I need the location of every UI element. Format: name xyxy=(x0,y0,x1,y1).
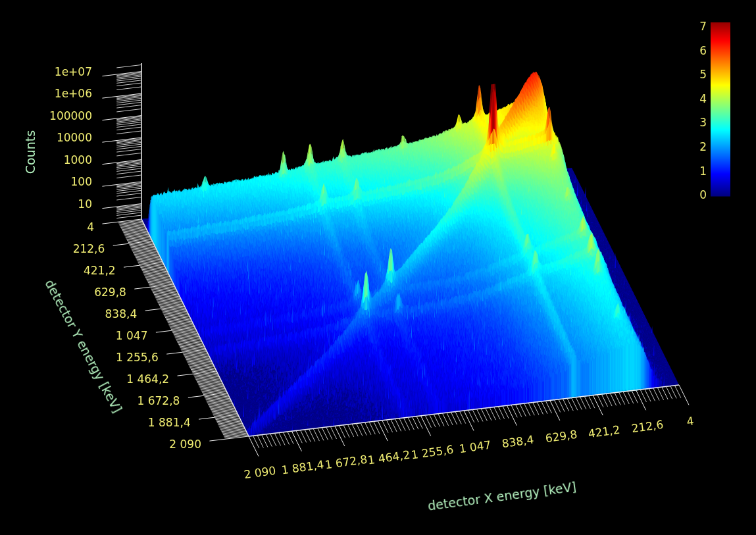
z-tick-label: 1000 xyxy=(33,153,92,167)
z-tick-label: 1e+06 xyxy=(33,86,92,101)
y-tick-label: 2 090 xyxy=(136,437,201,451)
y-tick-label: 212,6 xyxy=(39,242,105,256)
y-tick-label: 1 255,6 xyxy=(93,350,159,365)
z-tick-label: 100 xyxy=(33,174,92,189)
y-tick-label: 1 464,2 xyxy=(103,372,169,386)
colorbar-tick-label: 0 xyxy=(680,188,707,202)
y-tick-label: 1 672,8 xyxy=(114,394,180,408)
y-tick-label: 421,2 xyxy=(50,263,116,278)
z-tick-label: 10000 xyxy=(33,130,92,145)
z-axis-title: Counts xyxy=(23,113,38,191)
colorbar-tick-label: 7 xyxy=(680,19,707,34)
z-tick-label: 10 xyxy=(33,197,92,211)
plot-area: 1e+071e+06100000100001000100104212,6421,… xyxy=(0,0,756,535)
z-tick-label: 1e+07 xyxy=(33,64,92,79)
y-tick-label: 1 047 xyxy=(82,328,148,343)
z-tick-label: 100000 xyxy=(33,109,92,123)
y-tick-label: 629,8 xyxy=(61,285,126,299)
y-tick-label: 4 xyxy=(28,220,94,234)
y-tick-label: 1 881,4 xyxy=(125,415,191,430)
colorbar-tick-label: 2 xyxy=(680,140,707,154)
colorbar-tick-label: 5 xyxy=(680,67,707,82)
colorbar-tick-label: 4 xyxy=(680,91,707,106)
colorbar-tick-label: 1 xyxy=(680,164,707,178)
colorbar-tick-label: 3 xyxy=(680,115,707,130)
y-tick-label: 838,4 xyxy=(71,307,137,321)
colorbar-tick-label: 6 xyxy=(680,43,707,58)
